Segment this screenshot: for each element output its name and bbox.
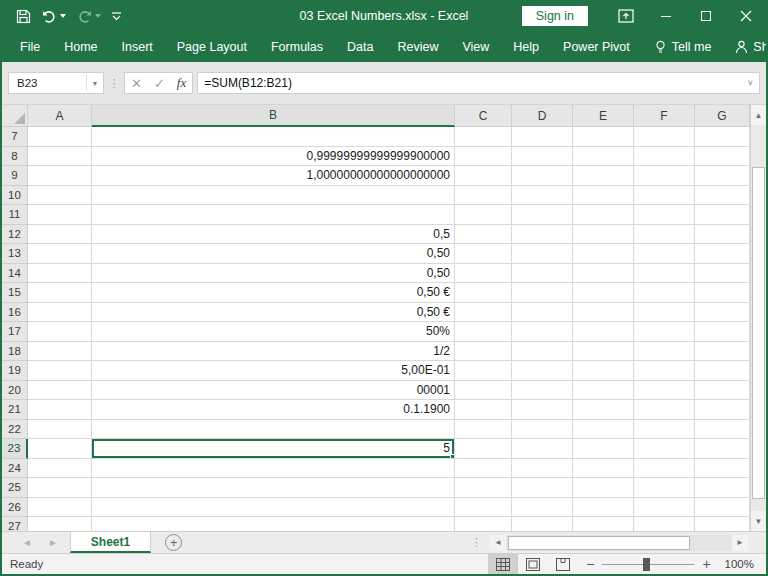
cancel-icon[interactable]: ✕ [131, 76, 142, 91]
vertical-scrollbar[interactable]: ▲ ▼ [750, 105, 766, 531]
cell-A10[interactable] [28, 186, 92, 206]
cell-D26[interactable] [512, 498, 573, 518]
vertical-scroll-track[interactable] [751, 125, 766, 511]
cell-F9[interactable] [634, 166, 695, 186]
cell-C20[interactable] [455, 381, 512, 401]
cell-B8[interactable]: 0,99999999999999900000 [92, 147, 455, 167]
row-header-26[interactable]: 26 [2, 498, 28, 518]
cell-A25[interactable] [28, 478, 92, 498]
row-header-24[interactable]: 24 [2, 459, 28, 479]
cell-D24[interactable] [512, 459, 573, 479]
cell-A27[interactable] [28, 517, 92, 531]
cell-B19[interactable]: 5,00E-01 [92, 361, 455, 381]
cell-C13[interactable] [455, 244, 512, 264]
zoom-level[interactable]: 100% [719, 558, 766, 570]
cell-E13[interactable] [573, 244, 634, 264]
cell-D25[interactable] [512, 478, 573, 498]
row-header-19[interactable]: 19 [2, 361, 28, 381]
sheet-tab-sheet1[interactable]: Sheet1 [70, 532, 151, 553]
tab-file[interactable]: File [8, 34, 52, 60]
cell-E11[interactable] [573, 205, 634, 225]
tab-view[interactable]: View [450, 34, 501, 60]
row-header-27[interactable]: 27 [2, 517, 28, 531]
scroll-left-icon[interactable]: ◄ [490, 535, 506, 551]
cell-G10[interactable] [695, 186, 750, 206]
cell-G27[interactable] [695, 517, 750, 531]
formula-bar-splitter[interactable]: ⋮ [108, 77, 120, 90]
cell-D21[interactable] [512, 400, 573, 420]
cell-A20[interactable] [28, 381, 92, 401]
cell-F18[interactable] [634, 342, 695, 362]
column-header-E[interactable]: E [573, 105, 634, 127]
cell-F14[interactable] [634, 264, 695, 284]
row-header-25[interactable]: 25 [2, 478, 28, 498]
cell-C26[interactable] [455, 498, 512, 518]
tab-power-pivot[interactable]: Power Pivot [551, 34, 642, 60]
cell-F8[interactable] [634, 147, 695, 167]
sign-in-button[interactable]: Sign in [522, 6, 588, 26]
cell-B12[interactable]: 0,5 [92, 225, 455, 245]
cell-D17[interactable] [512, 322, 573, 342]
cell-B25[interactable] [92, 478, 455, 498]
cell-D20[interactable] [512, 381, 573, 401]
cell-C24[interactable] [455, 459, 512, 479]
cell-A18[interactable] [28, 342, 92, 362]
row-header-15[interactable]: 15 [2, 283, 28, 303]
page-break-preview-icon[interactable] [548, 554, 578, 574]
cell-D12[interactable] [512, 225, 573, 245]
cell-A11[interactable] [28, 205, 92, 225]
cell-E25[interactable] [573, 478, 634, 498]
cell-A22[interactable] [28, 420, 92, 440]
cell-C12[interactable] [455, 225, 512, 245]
cell-G24[interactable] [695, 459, 750, 479]
cell-F7[interactable] [634, 127, 695, 147]
cell-A13[interactable] [28, 244, 92, 264]
undo-icon[interactable] [41, 9, 66, 24]
cell-G17[interactable] [695, 322, 750, 342]
zoom-slider[interactable] [602, 554, 694, 574]
cell-E24[interactable] [573, 459, 634, 479]
cell-E27[interactable] [573, 517, 634, 531]
cell-B18[interactable]: 1/2 [92, 342, 455, 362]
cell-E10[interactable] [573, 186, 634, 206]
zoom-in-icon[interactable]: + [694, 556, 718, 572]
cell-B14[interactable]: 0,50 [92, 264, 455, 284]
cell-G20[interactable] [695, 381, 750, 401]
name-box[interactable]: B23 ▾ [8, 72, 104, 94]
cell-G9[interactable] [695, 166, 750, 186]
cell-E15[interactable] [573, 283, 634, 303]
enter-icon[interactable]: ✓ [154, 76, 165, 91]
cell-F25[interactable] [634, 478, 695, 498]
cell-G18[interactable] [695, 342, 750, 362]
cell-F16[interactable] [634, 303, 695, 323]
cell-F22[interactable] [634, 420, 695, 440]
cell-D9[interactable] [512, 166, 573, 186]
tab-help[interactable]: Help [501, 34, 551, 60]
cell-E18[interactable] [573, 342, 634, 362]
cell-B22[interactable] [92, 420, 455, 440]
column-header-G[interactable]: G [695, 105, 750, 127]
row-header-12[interactable]: 12 [2, 225, 28, 245]
cell-B20[interactable]: 00001 [92, 381, 455, 401]
cell-A8[interactable] [28, 147, 92, 167]
cell-G26[interactable] [695, 498, 750, 518]
fill-handle[interactable] [450, 454, 455, 459]
cell-B11[interactable] [92, 205, 455, 225]
cell-D13[interactable] [512, 244, 573, 264]
cell-C21[interactable] [455, 400, 512, 420]
cell-A16[interactable] [28, 303, 92, 323]
close-button[interactable] [726, 0, 766, 32]
cell-B23[interactable]: 5 [92, 439, 455, 459]
cell-D18[interactable] [512, 342, 573, 362]
cell-E12[interactable] [573, 225, 634, 245]
tab-formulas[interactable]: Formulas [259, 34, 335, 60]
undo-dropdown-icon[interactable] [60, 14, 66, 18]
cell-F20[interactable] [634, 381, 695, 401]
scroll-up-icon[interactable]: ▲ [751, 105, 766, 125]
hscroll-splitter[interactable]: ⋮ [471, 536, 482, 549]
cell-D19[interactable] [512, 361, 573, 381]
tab-insert[interactable]: Insert [110, 34, 165, 60]
cell-G19[interactable] [695, 361, 750, 381]
cell-E23[interactable] [573, 439, 634, 459]
horizontal-scroll-thumb[interactable] [508, 536, 690, 550]
